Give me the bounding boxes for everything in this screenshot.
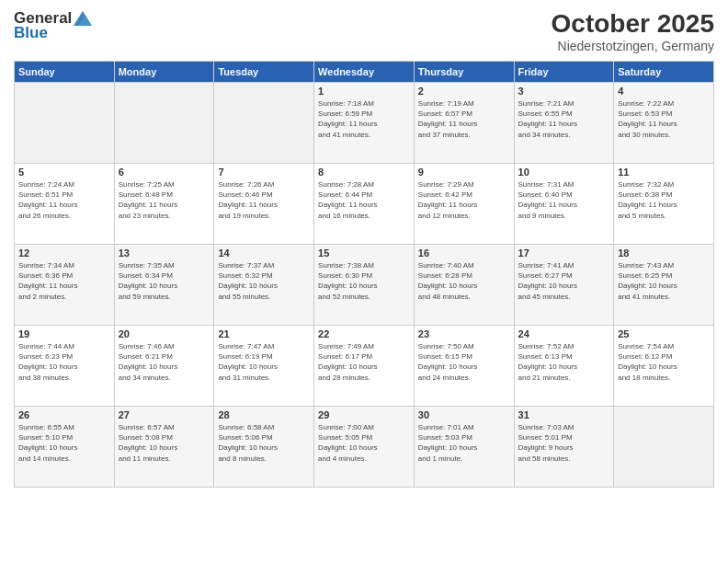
day-info: Sunrise: 7:21 AM Sunset: 6:55 PM Dayligh… (518, 98, 610, 140)
calendar-day-cell: 12Sunrise: 7:34 AM Sunset: 6:36 PM Dayli… (15, 245, 115, 326)
day-number: 23 (418, 328, 510, 339)
day-info: Sunrise: 7:24 AM Sunset: 6:51 PM Dayligh… (18, 179, 110, 221)
day-number: 11 (618, 167, 710, 178)
day-number: 24 (518, 328, 610, 339)
calendar-day-cell: 17Sunrise: 7:41 AM Sunset: 6:27 PM Dayli… (514, 245, 614, 326)
day-number: 16 (418, 247, 510, 259)
calendar-week-row: 19Sunrise: 7:44 AM Sunset: 6:23 PM Dayli… (15, 326, 714, 407)
calendar-day-cell (15, 83, 115, 164)
day-info: Sunrise: 7:50 AM Sunset: 6:15 PM Dayligh… (418, 341, 510, 383)
day-number: 31 (518, 409, 610, 420)
logo: General Blue (14, 9, 92, 42)
day-number: 15 (318, 247, 410, 259)
logo-icon (74, 11, 92, 26)
calendar-day-cell (114, 83, 214, 164)
day-number: 19 (18, 328, 110, 339)
day-info: Sunrise: 7:46 AM Sunset: 6:21 PM Dayligh… (119, 341, 210, 383)
calendar-day-cell: 30Sunrise: 7:01 AM Sunset: 5:03 PM Dayli… (414, 407, 514, 488)
day-info: Sunrise: 7:29 AM Sunset: 6:42 PM Dayligh… (418, 179, 510, 221)
calendar-day-cell: 8Sunrise: 7:28 AM Sunset: 6:44 PM Daylig… (314, 164, 415, 245)
calendar-day-cell (214, 83, 314, 164)
calendar-day-cell: 13Sunrise: 7:35 AM Sunset: 6:34 PM Dayli… (114, 245, 214, 326)
calendar-day-cell: 25Sunrise: 7:54 AM Sunset: 6:12 PM Dayli… (614, 326, 714, 407)
day-info: Sunrise: 7:54 AM Sunset: 6:12 PM Dayligh… (618, 341, 710, 383)
day-info: Sunrise: 7:22 AM Sunset: 6:53 PM Dayligh… (618, 98, 710, 140)
title-section: October 2025 Niederstotzingen, Germany (552, 9, 714, 53)
day-number: 26 (18, 409, 110, 420)
day-info: Sunrise: 7:26 AM Sunset: 6:46 PM Dayligh… (218, 179, 310, 221)
page-header: General Blue October 2025 Niederstotzing… (14, 9, 714, 53)
calendar-day-cell: 24Sunrise: 7:52 AM Sunset: 6:13 PM Dayli… (514, 326, 614, 407)
day-info: Sunrise: 6:55 AM Sunset: 5:10 PM Dayligh… (18, 422, 110, 464)
calendar-day-cell: 3Sunrise: 7:21 AM Sunset: 6:55 PM Daylig… (514, 83, 614, 164)
day-info: Sunrise: 7:19 AM Sunset: 6:57 PM Dayligh… (418, 98, 510, 140)
day-info: Sunrise: 7:41 AM Sunset: 6:27 PM Dayligh… (518, 260, 610, 302)
day-number: 28 (218, 409, 310, 420)
day-info: Sunrise: 7:18 AM Sunset: 6:59 PM Dayligh… (318, 98, 410, 140)
day-number: 9 (418, 167, 510, 178)
day-info: Sunrise: 7:49 AM Sunset: 6:17 PM Dayligh… (318, 341, 410, 383)
day-number: 13 (119, 247, 210, 259)
calendar-day-cell: 2Sunrise: 7:19 AM Sunset: 6:57 PM Daylig… (414, 83, 514, 164)
day-number: 17 (518, 247, 610, 259)
day-number: 4 (618, 86, 710, 97)
logo-blue: Blue (14, 24, 48, 42)
calendar-day-cell: 19Sunrise: 7:44 AM Sunset: 6:23 PM Dayli… (15, 326, 115, 407)
calendar-day-cell: 31Sunrise: 7:03 AM Sunset: 5:01 PM Dayli… (514, 407, 614, 488)
calendar-day-cell: 15Sunrise: 7:38 AM Sunset: 6:30 PM Dayli… (314, 245, 415, 326)
day-info: Sunrise: 7:34 AM Sunset: 6:36 PM Dayligh… (18, 260, 110, 302)
day-number: 30 (418, 409, 510, 420)
calendar-day-cell: 9Sunrise: 7:29 AM Sunset: 6:42 PM Daylig… (414, 164, 514, 245)
day-info: Sunrise: 7:44 AM Sunset: 6:23 PM Dayligh… (18, 341, 110, 383)
day-number: 14 (218, 247, 310, 259)
weekday-header: Wednesday (314, 62, 415, 83)
month-title: October 2025 (552, 9, 714, 39)
day-number: 3 (518, 86, 610, 97)
calendar-day-cell: 16Sunrise: 7:40 AM Sunset: 6:28 PM Dayli… (414, 245, 514, 326)
day-info: Sunrise: 7:03 AM Sunset: 5:01 PM Dayligh… (518, 422, 610, 464)
calendar-day-cell: 5Sunrise: 7:24 AM Sunset: 6:51 PM Daylig… (15, 164, 115, 245)
day-info: Sunrise: 7:38 AM Sunset: 6:30 PM Dayligh… (318, 260, 410, 302)
day-number: 21 (218, 328, 310, 339)
day-info: Sunrise: 6:57 AM Sunset: 5:08 PM Dayligh… (119, 422, 210, 464)
day-info: Sunrise: 7:40 AM Sunset: 6:28 PM Dayligh… (418, 260, 510, 302)
calendar-day-cell: 1Sunrise: 7:18 AM Sunset: 6:59 PM Daylig… (314, 83, 415, 164)
calendar-day-cell (614, 407, 714, 488)
day-number: 27 (119, 409, 210, 420)
calendar-day-cell: 11Sunrise: 7:32 AM Sunset: 6:38 PM Dayli… (614, 164, 714, 245)
calendar-day-cell: 26Sunrise: 6:55 AM Sunset: 5:10 PM Dayli… (15, 407, 115, 488)
calendar-week-row: 5Sunrise: 7:24 AM Sunset: 6:51 PM Daylig… (15, 164, 714, 245)
calendar-day-cell: 27Sunrise: 6:57 AM Sunset: 5:08 PM Dayli… (114, 407, 214, 488)
calendar-day-cell: 20Sunrise: 7:46 AM Sunset: 6:21 PM Dayli… (114, 326, 214, 407)
day-number: 29 (318, 409, 410, 420)
day-number: 12 (18, 247, 110, 259)
day-info: Sunrise: 7:47 AM Sunset: 6:19 PM Dayligh… (218, 341, 310, 383)
calendar-day-cell: 21Sunrise: 7:47 AM Sunset: 6:19 PM Dayli… (214, 326, 314, 407)
day-info: Sunrise: 7:37 AM Sunset: 6:32 PM Dayligh… (218, 260, 310, 302)
weekday-header: Thursday (414, 62, 514, 83)
day-number: 8 (318, 167, 410, 178)
day-info: Sunrise: 7:31 AM Sunset: 6:40 PM Dayligh… (518, 179, 610, 221)
calendar-table: SundayMondayTuesdayWednesdayThursdayFrid… (14, 61, 714, 488)
calendar-week-row: 26Sunrise: 6:55 AM Sunset: 5:10 PM Dayli… (15, 407, 714, 488)
day-info: Sunrise: 7:52 AM Sunset: 6:13 PM Dayligh… (518, 341, 610, 383)
day-number: 22 (318, 328, 410, 339)
calendar-week-row: 1Sunrise: 7:18 AM Sunset: 6:59 PM Daylig… (15, 83, 714, 164)
day-info: Sunrise: 7:25 AM Sunset: 6:48 PM Dayligh… (119, 179, 210, 221)
weekday-header: Tuesday (214, 62, 314, 83)
weekday-header: Sunday (15, 62, 115, 83)
day-info: Sunrise: 7:35 AM Sunset: 6:34 PM Dayligh… (119, 260, 210, 302)
day-info: Sunrise: 7:28 AM Sunset: 6:44 PM Dayligh… (318, 179, 410, 221)
day-info: Sunrise: 7:32 AM Sunset: 6:38 PM Dayligh… (618, 179, 710, 221)
calendar-day-cell: 22Sunrise: 7:49 AM Sunset: 6:17 PM Dayli… (314, 326, 415, 407)
calendar-day-cell: 6Sunrise: 7:25 AM Sunset: 6:48 PM Daylig… (114, 164, 214, 245)
day-number: 2 (418, 86, 510, 97)
day-number: 5 (18, 167, 110, 178)
day-number: 1 (318, 86, 410, 97)
calendar-day-cell: 10Sunrise: 7:31 AM Sunset: 6:40 PM Dayli… (514, 164, 614, 245)
calendar-header-row: SundayMondayTuesdayWednesdayThursdayFrid… (15, 62, 714, 83)
calendar-week-row: 12Sunrise: 7:34 AM Sunset: 6:36 PM Dayli… (15, 245, 714, 326)
day-number: 18 (618, 247, 710, 259)
day-info: Sunrise: 6:58 AM Sunset: 5:06 PM Dayligh… (218, 422, 310, 464)
day-info: Sunrise: 7:01 AM Sunset: 5:03 PM Dayligh… (418, 422, 510, 464)
